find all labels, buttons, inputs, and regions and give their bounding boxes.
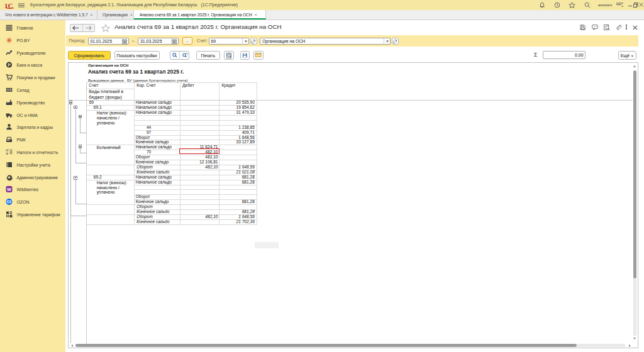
svg-text:W: W	[7, 187, 11, 192]
svg-text:1С: 1С	[4, 2, 13, 9]
svg-text:fA: fA	[6, 152, 8, 155]
svg-text:P: P	[8, 63, 11, 67]
